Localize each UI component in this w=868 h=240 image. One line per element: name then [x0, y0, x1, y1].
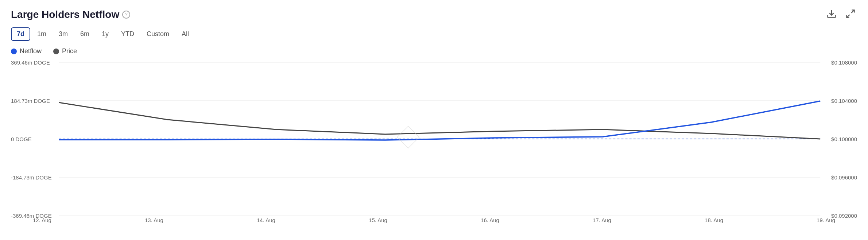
filter-ytd[interactable]: YTD	[116, 28, 140, 40]
time-filters: 7d 1m 3m 6m 1y YTD Custom All	[11, 27, 857, 41]
chart-area: 369.46m DOGE 184.73m DOGE 0 DOGE -184.73…	[11, 62, 857, 216]
x-label-4: 16. Aug	[481, 217, 499, 223]
filter-1y[interactable]: 1y	[96, 28, 114, 40]
chart-container: Large Holders Netflow ?	[0, 0, 868, 240]
filter-all[interactable]: All	[176, 28, 194, 40]
netflow-label: Netflow	[20, 47, 42, 55]
title-group: Large Holders Netflow ?	[11, 9, 130, 20]
x-label-5: 17. Aug	[593, 217, 611, 223]
y-label-left-3: -184.73m DOGE	[11, 174, 52, 181]
x-label-3: 15. Aug	[369, 217, 387, 223]
y-label-right-4: $0.092000	[831, 213, 857, 219]
price-dot	[53, 49, 59, 54]
y-label-left-4: -369.46m DOGE	[11, 213, 52, 219]
y-label-right-0: $0.108000	[831, 59, 857, 66]
filter-3m[interactable]: 3m	[53, 28, 73, 40]
x-labels: 12. Aug 13. Aug 14. Aug 15. Aug 16. Aug …	[11, 217, 857, 223]
filter-custom[interactable]: Custom	[141, 28, 175, 40]
price-label: Price	[62, 47, 77, 55]
download-button[interactable]	[825, 7, 838, 22]
y-label-right-1: $0.104000	[831, 98, 857, 104]
y-label-right-2: $0.100000	[831, 136, 857, 142]
header-actions	[825, 7, 857, 22]
netflow-dot	[11, 49, 17, 54]
y-label-right-3: $0.096000	[831, 174, 857, 181]
legend-netflow: Netflow	[11, 47, 42, 55]
expand-button[interactable]	[844, 7, 857, 22]
filter-6m[interactable]: 6m	[75, 28, 95, 40]
header-row: Large Holders Netflow ?	[11, 7, 857, 22]
y-label-left-0: 369.46m DOGE	[11, 59, 50, 66]
x-label-1: 13. Aug	[145, 217, 163, 223]
chart-title: Large Holders Netflow	[11, 9, 119, 20]
x-label-2: 14. Aug	[257, 217, 275, 223]
filter-1m[interactable]: 1m	[32, 28, 52, 40]
y-label-left-1: 184.73m DOGE	[11, 98, 50, 104]
svg-line-2	[847, 15, 850, 18]
legend-row: Netflow Price	[11, 47, 857, 55]
help-icon[interactable]: ?	[122, 11, 130, 19]
x-label-6: 18. Aug	[705, 217, 723, 223]
y-label-left-2: 0 DOGE	[11, 136, 32, 142]
svg-marker-9	[397, 126, 419, 148]
filter-7d[interactable]: 7d	[11, 27, 30, 41]
svg-line-1	[851, 10, 854, 13]
chart-svg	[11, 62, 857, 216]
legend-price: Price	[53, 47, 77, 55]
